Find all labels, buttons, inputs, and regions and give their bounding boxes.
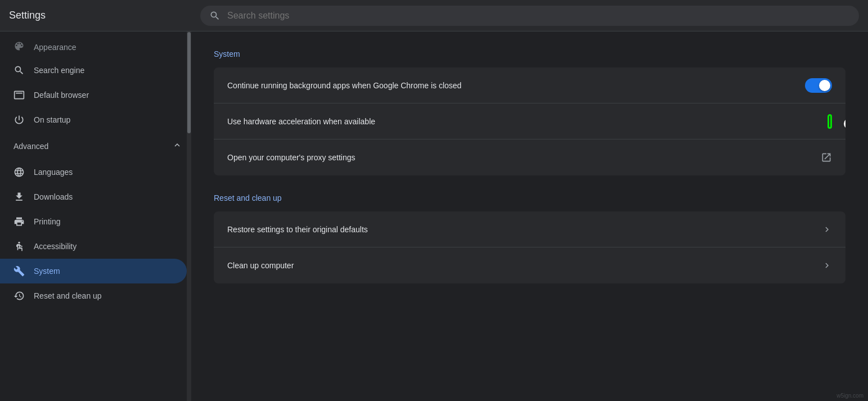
sidebar-item-system[interactable]: System (0, 259, 187, 283)
clean-up-computer-text: Clean up computer (227, 261, 822, 270)
sidebar-item-printing[interactable]: Printing (0, 209, 187, 234)
sidebar: Appearance Search engine Default browser (0, 31, 191, 401)
languages-icon (14, 166, 25, 178)
sidebar-item-accessibility[interactable]: Accessibility (0, 234, 187, 259)
reset-section-title: Reset and clean up (214, 193, 845, 202)
settings-title: Settings (9, 10, 200, 21)
clean-up-chevron-icon (822, 260, 832, 271)
background-apps-slider (805, 78, 832, 93)
main-layout: Appearance Search engine Default browser (0, 31, 868, 401)
system-icon (14, 265, 25, 277)
svg-rect-0 (16, 93, 23, 94)
reset-settings-card: Restore settings to their original defau… (214, 211, 845, 283)
restore-defaults-row[interactable]: Restore settings to their original defau… (214, 211, 845, 247)
on-startup-label: On startup (34, 115, 70, 124)
hardware-acceleration-text: Use hardware acceleration when available (227, 117, 827, 126)
hardware-acceleration-toggle-container (827, 114, 832, 129)
printing-icon (14, 216, 25, 227)
background-apps-text: Continue running background apps when Go… (227, 81, 805, 90)
reset-icon (14, 290, 25, 301)
search-icon (209, 10, 221, 21)
search-engine-label: Search engine (34, 66, 84, 75)
restore-defaults-chevron-icon (822, 224, 832, 235)
sidebar-item-appearance[interactable]: Appearance (0, 36, 187, 58)
hardware-acceleration-knob (844, 118, 845, 129)
advanced-section-header[interactable]: Advanced (0, 132, 191, 160)
proxy-settings-row[interactable]: Open your computer's proxy settings (214, 139, 845, 175)
background-apps-toggle-container (805, 78, 832, 93)
on-startup-icon (14, 114, 25, 125)
default-browser-label: Default browser (34, 91, 89, 100)
clean-up-computer-chevron (822, 260, 832, 271)
scroll-thumb[interactable] (187, 32, 191, 133)
system-section-title: System (214, 49, 845, 58)
sidebar-item-default-browser[interactable]: Default browser (0, 83, 187, 107)
restore-defaults-text: Restore settings to their original defau… (227, 225, 822, 234)
sidebar-item-reset[interactable]: Reset and clean up (0, 283, 187, 308)
background-apps-row: Continue running background apps when Go… (214, 67, 845, 103)
background-apps-toggle[interactable] (805, 78, 832, 93)
hardware-acceleration-row: Use hardware acceleration when available (214, 103, 845, 139)
sidebar-item-on-startup[interactable]: On startup (0, 107, 187, 132)
svg-point-1 (18, 242, 20, 244)
reset-label: Reset and clean up (34, 291, 102, 300)
accessibility-label: Accessibility (34, 242, 77, 251)
watermark: w5ign.com (836, 393, 863, 399)
languages-label: Languages (34, 168, 73, 177)
restore-defaults-chevron (822, 224, 832, 235)
sidebar-item-search-engine[interactable]: Search engine (0, 58, 187, 83)
appearance-icon (14, 40, 25, 53)
system-label: System (34, 267, 60, 276)
external-link-icon (821, 152, 832, 163)
default-browser-icon (14, 89, 25, 101)
downloads-label: Downloads (34, 192, 73, 201)
search-input[interactable] (227, 11, 850, 21)
accessibility-icon (14, 241, 25, 252)
advanced-chevron-icon (172, 140, 182, 152)
proxy-settings-link (821, 152, 832, 163)
appearance-label: Appearance (34, 43, 77, 52)
toggle-highlight-border (827, 114, 832, 129)
search-bar[interactable] (200, 6, 859, 26)
system-settings-card: Continue running background apps when Go… (214, 67, 845, 175)
sidebar-item-downloads[interactable]: Downloads (0, 184, 187, 209)
background-apps-knob (819, 80, 830, 91)
advanced-label: Advanced (14, 142, 48, 151)
clean-up-computer-row[interactable]: Clean up computer (214, 247, 845, 283)
downloads-icon (14, 191, 25, 202)
sidebar-item-languages[interactable]: Languages (0, 160, 187, 184)
printing-label: Printing (34, 217, 60, 226)
search-engine-icon (14, 65, 25, 76)
proxy-settings-text: Open your computer's proxy settings (227, 153, 821, 162)
content-area: System Continue running background apps … (191, 31, 868, 401)
scroll-track (187, 31, 191, 401)
header: Settings (0, 0, 868, 31)
